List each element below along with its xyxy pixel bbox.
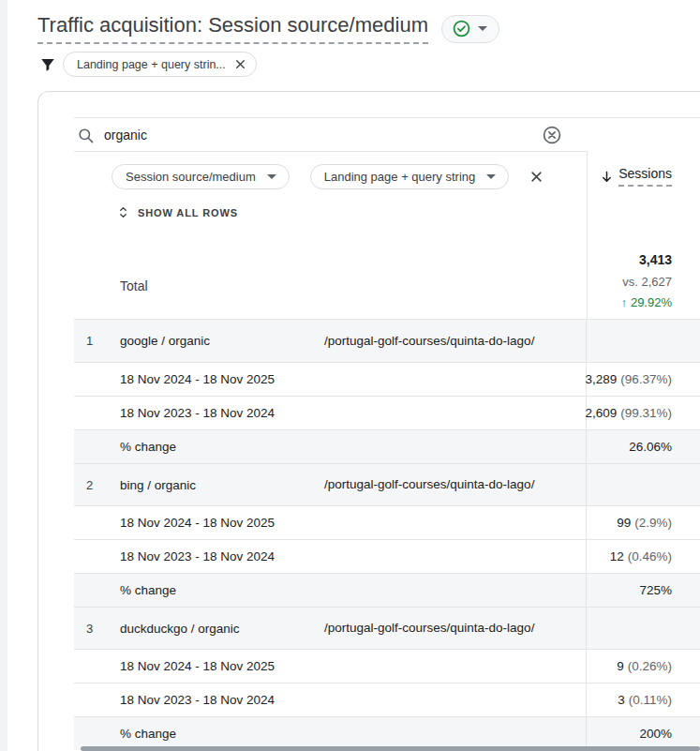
- report-header: Traffic acquisition: Session source/medi…: [37, 13, 499, 44]
- remove-filter-icon[interactable]: [234, 58, 246, 70]
- table-row[interactable]: 18 Nov 2023 - 18 Nov 2024 2,609 (99.31%): [74, 396, 700, 429]
- total-row-label: Total: [74, 278, 587, 319]
- table-row[interactable]: 2 bing / organic /portugal-golf-courses/…: [74, 463, 700, 505]
- secondary-dimension-dropdown[interactable]: Landing page + query string: [310, 164, 510, 189]
- secondary-dimension-label: Landing page + query string: [324, 170, 476, 184]
- table-row[interactable]: % change 26.06%: [74, 429, 700, 463]
- sessions-header-label: Sessions: [618, 166, 672, 187]
- sessions-share: (99.31%): [620, 406, 672, 420]
- percent-change-value: 725%: [586, 574, 700, 607]
- search-divider: [74, 151, 587, 152]
- search-input[interactable]: [104, 128, 700, 143]
- active-filter-chip[interactable]: Landing page + query strin...: [63, 52, 257, 77]
- total-change-value: ↑ 29.92%: [621, 295, 672, 309]
- date-range-label: 18 Nov 2024 - 18 Nov 2025: [120, 506, 586, 539]
- show-all-rows-button[interactable]: SHOW ALL ROWS: [74, 205, 587, 219]
- percent-change-label: % change: [120, 430, 586, 463]
- date-range-label: 18 Nov 2024 - 18 Nov 2025: [120, 650, 586, 683]
- sessions-cell: 12 (0.46%): [586, 540, 700, 573]
- sort-descending-arrow-icon: [600, 170, 614, 184]
- sessions-column-header-cell: Sessions 3,413 vs. 2,627 ↑ 29.92%: [587, 152, 700, 319]
- sessions-value: 2,609: [585, 406, 617, 420]
- filter-chip-label: Landing page + query strin...: [77, 58, 226, 71]
- date-range-label: 18 Nov 2023 - 18 Nov 2024: [120, 397, 586, 429]
- page-title[interactable]: Traffic acquisition: Session source/medi…: [37, 13, 428, 44]
- report-table-card: Session source/medium Landing page + que…: [37, 91, 700, 751]
- table-row[interactable]: 18 Nov 2024 - 18 Nov 2025 99 (2.9%): [74, 505, 700, 539]
- percent-change-label: % change: [120, 574, 586, 607]
- landing-page-cell: /portugal-golf-courses/quinta-do-lago/: [324, 464, 586, 505]
- data-table: 1 google / organic /portugal-golf-course…: [74, 320, 700, 750]
- sessions-cell: [586, 608, 700, 649]
- sessions-cell: 2,609 (99.31%): [586, 397, 700, 429]
- horizontal-scrollbar[interactable]: [81, 746, 700, 751]
- source-medium-value: google / organic: [120, 320, 324, 362]
- sessions-value: 12: [610, 549, 624, 563]
- chevron-down-icon: [267, 174, 276, 179]
- sessions-value: 9: [617, 659, 624, 673]
- sessions-sort-header[interactable]: Sessions: [600, 166, 672, 187]
- row-index: 3: [74, 608, 120, 649]
- landing-page-cell: /portugal-golf-courses/quinta-do-lago/: [324, 320, 586, 362]
- table-row[interactable]: % change 200%: [74, 716, 700, 750]
- sessions-value: 99: [617, 516, 631, 530]
- totals-block: 3,413 vs. 2,627 ↑ 29.92%: [621, 252, 672, 309]
- chevron-down-icon: [478, 26, 487, 31]
- source-medium-value: duckduckgo / organic: [120, 608, 324, 649]
- total-sessions-value: 3,413: [621, 252, 672, 267]
- sessions-cell: 3 (0.11%): [586, 683, 700, 716]
- unfold-rows-icon: [117, 205, 129, 219]
- table-row[interactable]: 3 duckduckgo / organic /portugal-golf-co…: [74, 607, 700, 649]
- sessions-share: (0.46%): [628, 549, 672, 563]
- primary-dimension-label: Session source/medium: [126, 170, 256, 184]
- sessions-value: 3: [618, 693, 625, 707]
- check-circle-icon: [453, 20, 470, 38]
- show-all-rows-label: SHOW ALL ROWS: [138, 207, 238, 218]
- date-range-label: 18 Nov 2023 - 18 Nov 2024: [120, 540, 586, 573]
- left-edge-strip: [0, 0, 7, 751]
- table-row[interactable]: % change 725%: [74, 573, 700, 607]
- sessions-cell: 9 (0.26%): [586, 650, 700, 683]
- clear-search-icon[interactable]: [542, 125, 562, 145]
- sessions-cell: [586, 464, 700, 505]
- row-index: 1: [74, 320, 120, 362]
- dimension-controls: Session source/medium Landing page + que…: [74, 152, 587, 319]
- percent-change-label: % change: [120, 717, 586, 750]
- sessions-cell: 3,289 (96.37%): [586, 363, 700, 396]
- sessions-cell: 99 (2.9%): [586, 506, 700, 539]
- sessions-share: (0.26%): [628, 659, 672, 673]
- report-status-pill[interactable]: [441, 15, 499, 43]
- filter-funnel-icon[interactable]: [39, 56, 56, 73]
- chevron-down-icon: [486, 174, 496, 179]
- sessions-value: 3,289: [585, 372, 617, 386]
- table-controls-region: Session source/medium Landing page + que…: [74, 152, 700, 320]
- date-range-label: 18 Nov 2023 - 18 Nov 2024: [120, 683, 586, 716]
- table-row[interactable]: 18 Nov 2023 - 18 Nov 2024 12 (0.46%): [74, 539, 700, 573]
- table-row[interactable]: 18 Nov 2023 - 18 Nov 2024 3 (0.11%): [74, 683, 700, 716]
- percent-change-value: 200%: [586, 717, 700, 750]
- table-search-bar: [74, 117, 700, 152]
- sessions-share: (96.37%): [620, 372, 672, 386]
- table-row[interactable]: 1 google / organic /portugal-golf-course…: [74, 320, 700, 362]
- table-row[interactable]: 18 Nov 2024 - 18 Nov 2025 3,289 (96.37%): [74, 362, 700, 396]
- search-icon: [77, 127, 95, 144]
- total-comparison-value: vs. 2,627: [621, 275, 672, 289]
- sessions-share: (2.9%): [634, 516, 672, 530]
- landing-page-cell: /portugal-golf-courses/quinta-do-lago/: [324, 608, 586, 649]
- sessions-cell: [586, 320, 700, 362]
- source-medium-value: bing / organic: [120, 464, 324, 505]
- date-range-label: 18 Nov 2024 - 18 Nov 2025: [120, 363, 586, 396]
- filter-bar: Landing page + query strin...: [39, 52, 257, 77]
- remove-secondary-dimension-icon[interactable]: [529, 170, 544, 184]
- row-index: 2: [74, 464, 120, 505]
- table-row[interactable]: 18 Nov 2024 - 18 Nov 2025 9 (0.26%): [74, 649, 700, 683]
- percent-change-value: 26.06%: [586, 430, 700, 463]
- primary-dimension-dropdown[interactable]: Session source/medium: [112, 164, 290, 189]
- sessions-share: (0.11%): [629, 693, 672, 707]
